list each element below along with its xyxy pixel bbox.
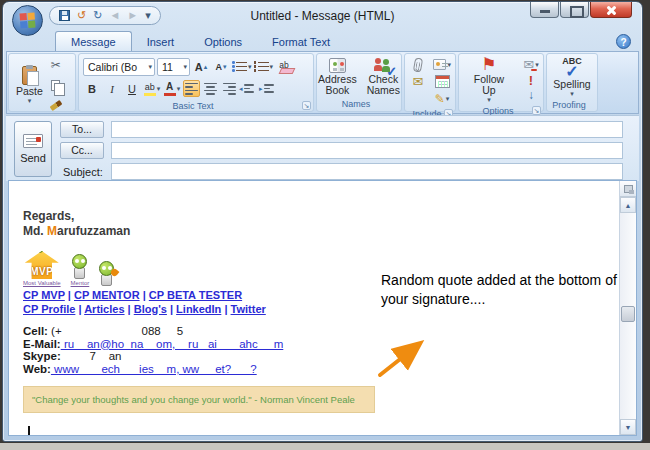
spelling-check-icon: ✓ [565, 66, 578, 78]
group-basic-text: Calibri (Bo▾ 11▾ A▴ A▾ ▾ ▾ ab B I U [78, 53, 314, 112]
message-body[interactable]: Regards, Md. Marufuzzaman MVP Most Valua… [8, 180, 637, 436]
check-names-icon: ✓ [373, 57, 393, 73]
scroll-up-icon[interactable]: ▲ [620, 197, 636, 213]
close-button[interactable] [590, 2, 632, 18]
signature-block: Regards, Md. Marufuzzaman MVP Most Valua… [23, 209, 375, 436]
low-importance-button[interactable]: ↓ [522, 88, 540, 102]
link-cp-mvp[interactable]: CP MVP [23, 289, 65, 301]
business-card-caret-icon: ▾ [447, 62, 451, 68]
undo-icon[interactable]: ↺ [77, 10, 86, 21]
cc-input[interactable] [111, 142, 623, 159]
align-right-button[interactable] [221, 80, 238, 97]
clear-formatting-icon: ab [279, 60, 288, 74]
permission-caret-icon: ▾ [535, 62, 539, 68]
link-cp-profile[interactable]: CP Profile [23, 303, 75, 315]
underline-button[interactable]: U [123, 80, 141, 98]
skype-line: Skype: 7 an [23, 350, 375, 363]
title-bar: ↺ ↻ ◄ ► ▾ Untitled - Message (HTML) [3, 2, 642, 29]
tab-options[interactable]: Options [189, 32, 257, 51]
link-cp-mentor[interactable]: CP MENTOR [74, 289, 140, 301]
link-blogs[interactable]: Blog's [134, 303, 167, 315]
scrollbar-track[interactable] [620, 213, 636, 419]
web-link[interactable]: www ech ies m, ww et? ? [51, 363, 257, 375]
web-line: Web: www ech ies m, ww et? ? [23, 363, 375, 376]
attach-file-button[interactable] [409, 57, 427, 72]
to-button[interactable]: To... [60, 121, 104, 138]
decrease-indent-button[interactable]: ◂ [240, 80, 258, 98]
address-book-button[interactable]: Address Book [314, 57, 361, 97]
link-articles[interactable]: Articles [84, 303, 124, 315]
link-cp-beta-tester[interactable]: CP BETA TESTER [149, 289, 242, 301]
format-painter-button[interactable] [47, 96, 65, 114]
regards-line: Regards, [23, 209, 375, 224]
permission-button[interactable]: ✉▾ [522, 58, 540, 72]
high-importance-button[interactable]: ! [522, 73, 540, 87]
link-linkedin[interactable]: LinkedIn [176, 303, 221, 315]
basic-text-group-label: Basic Text [173, 101, 214, 111]
email-line: E-Mail: ru an@ho na om, ru ai ahc m [23, 338, 375, 351]
attach-item-button[interactable]: ✉ [409, 74, 427, 89]
body-corner-button[interactable] [620, 181, 636, 197]
permission-envelope-icon: ✉ [523, 59, 534, 71]
align-center-button[interactable] [202, 80, 219, 97]
previous-item-icon[interactable]: ◄ [109, 10, 120, 21]
copy-button[interactable] [47, 76, 65, 94]
basic-text-dialog-launcher-icon[interactable]: ↘ [302, 101, 311, 110]
scrollbar-thumb[interactable] [621, 306, 635, 322]
highlight-button[interactable]: ab ▾ [143, 80, 161, 98]
scroll-down-icon[interactable]: ▼ [620, 419, 636, 435]
paste-button[interactable]: Paste ▾ [12, 65, 47, 105]
bullets-button[interactable]: ▾ [232, 58, 252, 76]
body-scrollbar: ▲ ▼ [619, 181, 636, 435]
low-importance-icon: ↓ [528, 88, 534, 102]
tab-format-text[interactable]: Format Text [257, 32, 345, 51]
minimize-button[interactable] [530, 2, 559, 18]
business-card-button[interactable]: ▾ [433, 57, 451, 72]
font-family-combo[interactable]: Calibri (Bo▾ [83, 58, 155, 76]
annotation-text: Random quote added at the bottom of your… [381, 271, 633, 309]
grow-font-button[interactable]: A▴ [192, 58, 210, 76]
font-color-button[interactable]: A ▾ [163, 80, 181, 98]
office-button[interactable] [12, 5, 43, 36]
subject-input[interactable] [111, 163, 623, 180]
spelling-caret-icon: ▾ [570, 91, 574, 97]
cut-button[interactable]: ✂ [47, 56, 65, 74]
numbering-button[interactable]: ▾ [254, 58, 274, 76]
increase-indent-button[interactable]: ▸ [260, 80, 278, 98]
clear-formatting-button[interactable]: ab [275, 58, 293, 76]
beta-tester-badge [99, 261, 114, 286]
check-names-button[interactable]: ✓ Check Names [363, 56, 404, 97]
options-dialog-launcher-icon[interactable]: ↘ [532, 106, 541, 115]
profile-links: CP Profile | Articles | Blog's | LinkedI… [23, 303, 375, 317]
help-button[interactable]: ? [616, 34, 631, 49]
send-button[interactable]: Send [14, 121, 52, 177]
signature-button[interactable]: ✎▾ [433, 91, 451, 106]
tab-insert[interactable]: Insert [132, 32, 190, 51]
group-include: ▾ ✉ ✎▾ Include ↘ [404, 53, 456, 112]
group-options: ⚑ Follow Up ▾ ✉▾ ! ↓ Options ↘ [458, 53, 544, 112]
highlight-icon: ab [144, 82, 156, 96]
spelling-button[interactable]: ABC ✓ Spelling ▾ [549, 56, 594, 98]
cc-button[interactable]: Cc... [60, 142, 104, 159]
contact-info: Cell: (+ 088 5 E-Mail: ru an@ho na om, r… [23, 325, 375, 375]
paste-icon [22, 66, 37, 85]
numbering-icon [254, 62, 269, 72]
follow-up-button[interactable]: ⚑ Follow Up ▾ [462, 56, 516, 104]
italic-button[interactable]: I [103, 80, 121, 98]
font-size-combo[interactable]: 11▾ [157, 58, 190, 76]
to-input[interactable] [111, 121, 623, 138]
shrink-font-button[interactable]: A▾ [212, 58, 230, 76]
align-left-button[interactable] [183, 80, 200, 97]
badge-row: MVP Most Valuable Mentor [23, 246, 375, 286]
maximize-button[interactable] [560, 2, 589, 18]
save-icon[interactable] [59, 10, 70, 21]
redo-icon[interactable]: ↻ [93, 10, 102, 21]
font-color-icon: A [164, 82, 176, 96]
email-link[interactable]: ru an@ho na om, ru ai ahc m [61, 338, 284, 350]
link-twitter[interactable]: Twitter [231, 303, 266, 315]
format-painter-icon [50, 100, 63, 111]
tab-message[interactable]: Message [55, 31, 132, 51]
bold-button[interactable]: B [83, 80, 101, 98]
calendar-button[interactable] [433, 74, 451, 89]
signature-caret-icon: ▾ [446, 96, 450, 102]
